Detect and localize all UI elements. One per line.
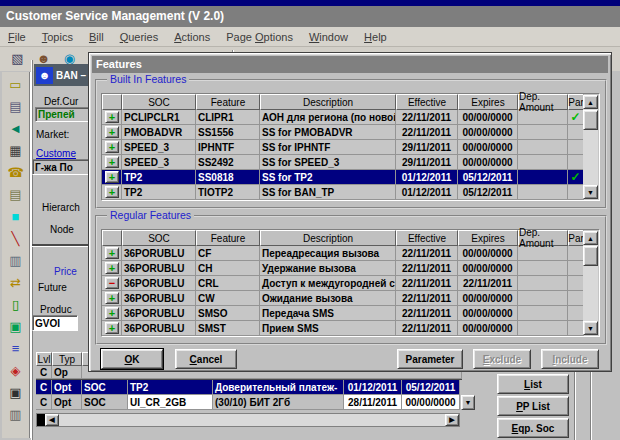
menu-help[interactable]: Help (356, 29, 395, 45)
feature-row[interactable]: +TP2SS0818SS for TP201/12/201105/12/2011… (102, 170, 599, 185)
add-feature-icon[interactable]: + (105, 186, 119, 198)
scroll-up-button[interactable]: ▲ (583, 95, 598, 109)
feature-row[interactable]: +PMOBADVRSS1556SS for PMOBADVR22/11/2011… (102, 125, 599, 140)
stack-icon[interactable]: ≡ (5, 338, 27, 358)
column-feature[interactable]: Feature (196, 94, 260, 110)
menu-bill[interactable]: Bill (81, 29, 112, 45)
soc-row[interactable]: COptSOCTP2Доверительный платеж-01/12/201… (36, 380, 462, 395)
add-feature-icon[interactable]: + (105, 141, 119, 153)
cell-feature: CRL (196, 276, 260, 291)
scroll-down-button[interactable]: ▼ (583, 185, 598, 199)
scroll-up-button[interactable]: ▲ (583, 231, 598, 245)
cell-expires: 05/12/2011 (402, 380, 460, 395)
feature-row[interactable]: +36PORUBLUCFПереадресация вызова22/11/20… (102, 246, 599, 261)
feature-row[interactable]: −36PORUBLUCRLДоступ к междугородней с22/… (102, 276, 599, 291)
horizontal-scrollbar[interactable]: ◀ ▶ (36, 413, 460, 427)
cell-action: + (102, 125, 122, 140)
add-feature-icon[interactable]: + (105, 292, 119, 304)
feature-row[interactable]: +36PORUBLUCWОжидание вызова22/11/201100/… (102, 291, 599, 306)
devices-icon[interactable]: ▥ (5, 404, 27, 424)
ok-button[interactable]: OK (101, 349, 163, 369)
copy-documents-icon[interactable]: ▣ (5, 316, 27, 336)
swatch-icon[interactable]: ■ (5, 206, 27, 226)
print-icon[interactable]: ▤ (5, 96, 27, 116)
open-folder-icon[interactable]: ▭ (5, 74, 27, 94)
column-description[interactable]: Description (260, 230, 396, 246)
menu-actions[interactable]: Actions (166, 29, 218, 45)
form-icon[interactable]: ▧ (8, 49, 27, 68)
column-effective[interactable]: Effective (396, 230, 458, 246)
feature-row[interactable]: +36PORUBLUSMSTПрием SMS22/11/201100/00/0… (102, 321, 599, 336)
calculator-icon[interactable]: ▦ (5, 140, 27, 160)
regular-scrollbar[interactable]: ▲ ▼ (583, 231, 598, 335)
scroll-right-button[interactable]: ▶ (445, 414, 459, 426)
cell-description: Переадресация вызова (260, 246, 396, 261)
screwdriver-icon[interactable]: ╲ (5, 228, 27, 248)
column-dep-amount[interactable]: Dep. Amount (518, 94, 568, 110)
scrollbar-thumb[interactable] (37, 414, 45, 426)
feature-row[interactable]: +PCLIPCLR1CLIPR1АОН для региона (по ново… (102, 110, 599, 125)
column-soc[interactable]: SOC (122, 94, 196, 110)
back-icon[interactable]: ◄ (5, 118, 27, 138)
menu-queries[interactable]: Queries (112, 29, 167, 45)
built-in-features-table: SOCFeatureDescriptionEffectiveExpiresDep… (101, 93, 600, 201)
scroll-left-button[interactable]: ◀ (45, 414, 59, 426)
cell-description: Ожидание вызова (260, 291, 396, 306)
column-dep-amount[interactable]: Dep. Amount (518, 230, 568, 246)
parameter-button[interactable]: Parameter (397, 349, 463, 369)
feature-row[interactable]: +SPEED_3IPHNTFSS for IPHNTF29/11/201100/… (102, 140, 599, 155)
transfer-arrows-icon[interactable]: ⇄ (5, 272, 27, 292)
menu-file[interactable]: File (0, 29, 34, 45)
column-expires[interactable]: Expires (458, 94, 518, 110)
scrollbar-thumb[interactable] (583, 110, 598, 130)
feature-row[interactable]: +TP2TIOTP2SS for BAN_TP01/12/201105/12/2… (102, 185, 599, 200)
table-scroll-down-button[interactable]: ▼ (461, 395, 475, 410)
column-action[interactable] (102, 230, 122, 246)
cell-code: TP2 (128, 380, 213, 395)
phone-icon[interactable]: ☎ (5, 162, 27, 182)
column-feature[interactable]: Feature (196, 230, 260, 246)
add-feature-icon[interactable]: + (105, 322, 119, 334)
eqp-soc-button[interactable]: Eqp. Soc (497, 418, 569, 438)
save-icon[interactable]: ▣ (5, 382, 27, 402)
scrollbar-thumb[interactable] (583, 246, 598, 266)
built-in-scrollbar[interactable]: ▲ ▼ (583, 95, 598, 199)
script-icon[interactable]: ▤ (5, 184, 27, 204)
column-par[interactable]: Par (568, 94, 584, 110)
pp-list-button[interactable]: PP List (497, 396, 569, 416)
menu-page-options[interactable]: Page Options (218, 29, 301, 45)
soc-row[interactable]: COptSOCUI_CR_2GB(30/10) БИТ 2Гб28/11/201… (36, 395, 462, 410)
feature-row[interactable]: +36PORUBLUCHУдержание вызова22/11/201100… (102, 261, 599, 276)
glyph: + (109, 127, 115, 137)
feature-row[interactable]: +SPEED_3SS2492SS for SPEED_329/11/201100… (102, 155, 599, 170)
cell-feature: SS0818 (196, 170, 260, 185)
add-feature-icon[interactable]: + (105, 111, 119, 123)
add-feature-icon[interactable]: + (105, 262, 119, 274)
document-icon[interactable]: ▯ (5, 294, 27, 314)
list-button[interactable]: List (497, 374, 569, 394)
column-description[interactable]: Description (260, 94, 396, 110)
add-feature-icon[interactable]: + (105, 247, 119, 259)
feature-row[interactable]: +36PORUBLUSMSOПередача SMS22/11/201100/0… (102, 306, 599, 321)
menu-window[interactable]: Window (301, 29, 356, 45)
add-feature-icon[interactable]: + (105, 126, 119, 138)
column-action[interactable] (102, 94, 122, 110)
customer-link[interactable]: Custome (36, 148, 76, 159)
column-par[interactable]: Par (568, 230, 584, 246)
cancel-button[interactable]: Cancel (175, 349, 237, 369)
column-typ[interactable]: Typ (52, 352, 82, 366)
column-effective[interactable]: Effective (396, 94, 458, 110)
column-soc[interactable]: SOC (122, 230, 196, 246)
cell-lvl: C (36, 395, 52, 410)
cart-icon[interactable]: ◈ (5, 360, 27, 380)
scrollbar-track[interactable] (59, 414, 445, 426)
add-feature-icon[interactable]: + (105, 171, 119, 183)
menu-topics[interactable]: Topics (34, 29, 81, 45)
add-feature-icon[interactable]: + (105, 307, 119, 319)
id-card-icon[interactable]: ▥ (5, 250, 27, 270)
column-expires[interactable]: Expires (458, 230, 518, 246)
add-feature-icon[interactable]: + (105, 156, 119, 168)
remove-feature-icon[interactable]: − (105, 277, 119, 289)
column-lvl[interactable]: Lvl (36, 352, 52, 366)
scroll-down-button[interactable]: ▼ (583, 321, 598, 335)
